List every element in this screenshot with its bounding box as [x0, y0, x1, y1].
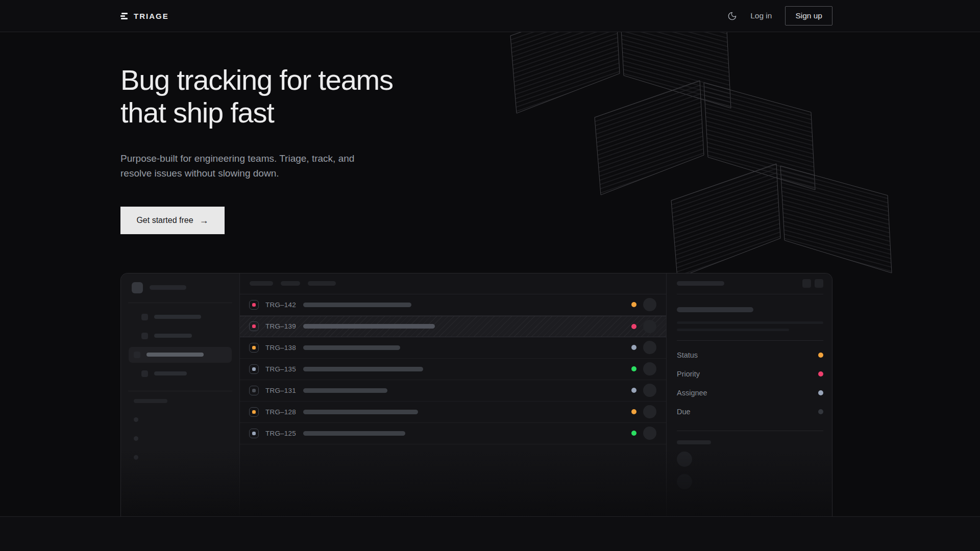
issue-id: TRG–135	[265, 365, 298, 373]
mockup-sidebar	[121, 273, 240, 517]
field-label: Due	[677, 408, 691, 416]
issue-type-icon	[249, 300, 259, 310]
sidebar-dot-skeleton	[134, 455, 138, 460]
issue-title-skeleton	[303, 431, 405, 436]
app-mockup: TRG–142TRG–139TRG–138TRG–135TRG–131TRG–1…	[120, 273, 832, 517]
issue-row[interactable]: TRG–138	[240, 337, 666, 359]
detail-field-status[interactable]: Status	[677, 346, 823, 365]
issue-row[interactable]: TRG–128	[240, 402, 666, 423]
field-label: Assignee	[677, 389, 707, 397]
filter-tab-skeleton[interactable]	[250, 281, 273, 286]
sidebar-nav-item[interactable]	[129, 328, 232, 344]
triage-logo-icon	[120, 12, 129, 20]
nav-icon-skeleton	[134, 352, 140, 358]
site-header: TRIAGE Log in Sign up	[0, 0, 980, 32]
issue-row[interactable]: TRG–139	[240, 316, 666, 337]
issue-title-skeleton	[303, 388, 387, 393]
hero-section: Bug tracking for teamsthat ship fast Pur…	[0, 32, 980, 517]
brand-name: TRIAGE	[134, 12, 169, 20]
status-dot	[631, 366, 636, 371]
field-value-dot	[818, 353, 823, 358]
assignee-avatar	[643, 298, 656, 311]
field-value-dot	[818, 371, 823, 377]
status-dot	[631, 409, 636, 414]
panel-title-skeleton	[677, 281, 724, 286]
issue-id: TRG–128	[265, 408, 298, 416]
issue-row[interactable]: TRG–142	[240, 294, 666, 316]
issue-type-icon	[249, 407, 259, 417]
sidebar-nav-item[interactable]	[129, 366, 232, 382]
sidebar-dot-skeleton	[134, 417, 138, 422]
panel-action-button[interactable]	[802, 279, 811, 288]
assignee-avatar	[643, 362, 656, 375]
hero-subtitle: Purpose-built for engineering teams. Tri…	[120, 151, 361, 181]
filter-tab-skeleton[interactable]	[308, 281, 336, 286]
status-dot	[631, 345, 636, 350]
status-dot	[631, 302, 636, 307]
issue-row[interactable]: TRG–125	[240, 423, 666, 444]
issue-type-icon	[249, 364, 259, 374]
assignee-avatar	[643, 427, 656, 440]
issue-title-skeleton	[303, 303, 411, 307]
activity-avatar-skeleton	[677, 474, 692, 489]
nav-label-skeleton	[154, 371, 187, 375]
filter-tab-skeleton[interactable]	[281, 281, 300, 286]
issue-id: TRG–131	[265, 387, 298, 394]
sidebar-nav-item[interactable]	[129, 309, 232, 325]
nav-icon-skeleton	[141, 333, 148, 339]
issue-id: TRG–139	[265, 322, 298, 330]
detail-field-priority[interactable]: Priority	[677, 365, 823, 384]
issue-type-icon	[249, 343, 259, 353]
moon-icon	[727, 11, 737, 21]
nav-label-skeleton	[154, 334, 192, 338]
nav-label-skeleton	[146, 353, 204, 357]
description-line-skeleton	[677, 329, 789, 331]
field-label: Status	[677, 351, 698, 359]
issue-id: TRG–138	[265, 344, 298, 352]
divider	[677, 431, 823, 431]
list-filter-tabs	[240, 273, 666, 294]
mockup-detail-panel: StatusPriorityAssigneeDue	[667, 273, 832, 517]
sidebar-dot-skeleton	[134, 436, 138, 441]
divider	[128, 391, 232, 391]
issue-type-icon	[249, 386, 259, 395]
get-started-button[interactable]: Get started free →	[120, 207, 225, 234]
issue-type-icon	[249, 429, 259, 438]
issue-title-skeleton	[303, 324, 435, 329]
issue-title-skeleton	[303, 367, 423, 371]
divider	[677, 340, 823, 341]
detail-field-assignee[interactable]: Assignee	[677, 384, 823, 403]
field-value-dot	[818, 390, 823, 395]
issue-id: TRG–125	[265, 430, 298, 437]
theme-toggle-button[interactable]	[727, 11, 737, 21]
assignee-avatar	[643, 405, 656, 418]
signup-button[interactable]: Sign up	[785, 6, 832, 26]
description-line-skeleton	[677, 321, 823, 324]
assignee-avatar	[643, 320, 656, 333]
issue-row[interactable]: TRG–135	[240, 359, 666, 380]
assignee-avatar	[643, 384, 656, 397]
sidebar-nav-item-active[interactable]	[129, 347, 232, 363]
issue-row[interactable]: TRG–131	[240, 380, 666, 402]
login-link[interactable]: Log in	[750, 11, 772, 20]
section-title-skeleton	[134, 399, 167, 403]
panel-action-button[interactable]	[815, 279, 823, 288]
issue-title-skeleton	[303, 345, 400, 350]
issue-id: TRG–142	[265, 301, 298, 309]
issue-type-icon	[249, 321, 259, 331]
status-dot	[631, 324, 636, 329]
activity-title-skeleton	[677, 440, 711, 444]
brand-logo[interactable]: TRIAGE	[120, 12, 169, 20]
nav-icon-skeleton	[141, 370, 148, 377]
assignee-avatar	[643, 341, 656, 354]
field-label: Priority	[677, 370, 700, 378]
detail-field-due[interactable]: Due	[677, 403, 823, 421]
status-dot	[631, 431, 636, 436]
divider	[128, 303, 232, 303]
field-value-dot	[818, 409, 823, 414]
issue-title-skeleton	[303, 410, 418, 414]
arrow-right-icon: →	[200, 216, 209, 225]
mockup-issue-list: TRG–142TRG–139TRG–138TRG–135TRG–131TRG–1…	[240, 273, 667, 517]
nav-label-skeleton	[154, 315, 201, 319]
hero-title: Bug tracking for teamsthat ship fast	[120, 64, 832, 130]
